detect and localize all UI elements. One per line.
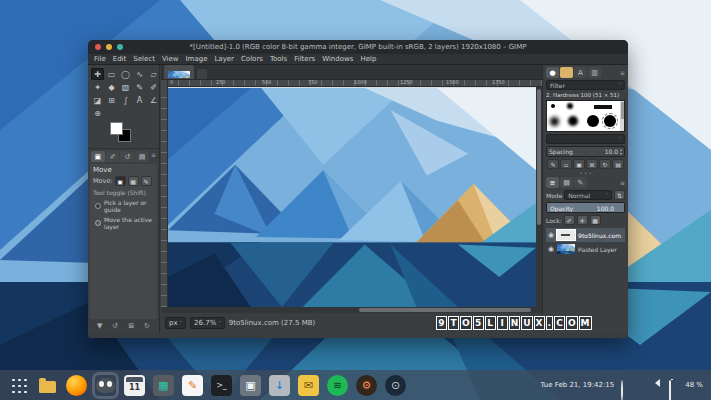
tab-undo-history[interactable]: ↺ [120, 151, 134, 162]
brush-hardness-050[interactable] [550, 117, 559, 126]
tab-patterns[interactable] [560, 67, 573, 78]
screenshot-tool-icon[interactable]: ▣ [240, 375, 261, 396]
reset-defaults-button[interactable]: ↻ [144, 322, 150, 330]
tab-channels[interactable]: ▤ [560, 177, 573, 188]
brush-grid[interactable] [546, 100, 625, 132]
terminal-icon[interactable]: >_ [211, 375, 232, 396]
brush-hardness-100-large[interactable] [604, 115, 616, 127]
text-editor-icon[interactable]: ✎ [182, 375, 203, 396]
battery-percentage[interactable]: 48 % [685, 381, 703, 389]
dock-menu-icon[interactable]: ≡ [620, 179, 625, 186]
menu-select[interactable]: Select [133, 55, 155, 63]
move-tool-icon[interactable]: ✛ [91, 68, 104, 80]
lock-alpha-button[interactable]: ▦ [590, 215, 601, 225]
app-menu-icon[interactable] [8, 375, 29, 396]
brush-block[interactable] [594, 105, 612, 109]
move-option-1[interactable]: Move the active layer [95, 216, 154, 230]
menu-layer[interactable]: Layer [214, 55, 234, 63]
tab-layers[interactable]: ≡ [546, 177, 559, 188]
move-layer-button[interactable]: ▣ [115, 176, 126, 186]
brush-grid-scrollbar[interactable] [620, 101, 624, 131]
open-brush-image-button[interactable]: ▤ [612, 159, 624, 169]
menu-tools[interactable]: Tools [270, 55, 287, 63]
zoom-select[interactable]: 26.7% ˅ [190, 317, 225, 329]
gradient-tool-icon[interactable]: ▧ [119, 81, 132, 93]
layer-visibility-eye-icon[interactable]: ◉ [548, 245, 554, 253]
tab-images[interactable]: ▤ [135, 151, 149, 162]
brush-hardness-025[interactable] [567, 103, 573, 109]
dock-menu-icon[interactable]: ≡ [620, 69, 625, 76]
refresh-brushes-button[interactable]: ↻ [599, 159, 611, 169]
horizontal-scroll-thumb[interactable] [359, 308, 530, 312]
switch-mode-button[interactable]: ⇅ [614, 190, 625, 200]
brush-tag-select[interactable]: ˅ [546, 134, 625, 144]
lock-pixels-button[interactable]: ✐ [564, 215, 575, 225]
menu-help[interactable]: Help [360, 55, 376, 63]
firefox-icon[interactable] [66, 375, 87, 396]
unit-select[interactable]: px ˅ [165, 317, 186, 329]
move-selection-button[interactable]: ▦ [128, 176, 139, 186]
tab-fonts[interactable]: A [574, 67, 587, 78]
pencil-tool-icon[interactable]: ✎ [133, 81, 146, 93]
volume-icon[interactable] [653, 381, 662, 390]
save-preset-button[interactable]: ▼ [97, 322, 102, 330]
brush-spacing-slider[interactable]: Spacing 10.0 ▴ ▾ [546, 146, 625, 157]
measure-tool-icon[interactable]: ∠ [147, 94, 160, 106]
duplicate-brush-button[interactable]: ▣ [573, 159, 585, 169]
eraser-tool-icon[interactable]: ◪ [91, 94, 104, 106]
calendar-icon[interactable]: 11 [124, 375, 145, 396]
file-manager-icon[interactable] [37, 375, 58, 396]
tab-tool-options[interactable]: ▣ [91, 151, 105, 162]
free-select-tool-icon[interactable]: ∿ [133, 68, 146, 80]
fg-bg-colors[interactable] [110, 122, 136, 146]
titlebar[interactable]: *[Untitled]-1.0 (RGB color 8-bit gamma i… [88, 40, 628, 54]
vertical-scroll-thumb[interactable] [537, 89, 541, 225]
menu-file[interactable]: File [94, 55, 106, 63]
layer-thumbnail[interactable] [557, 244, 575, 254]
clone-tool-icon[interactable]: ⊞ [105, 94, 118, 106]
dock-menu-icon[interactable]: ≡ [151, 151, 156, 162]
bucket-fill-tool-icon[interactable]: ◆ [105, 81, 118, 93]
menu-view[interactable]: View [162, 55, 179, 63]
crop-tool-icon[interactable]: ▱ [147, 68, 160, 80]
horizontal-scrollbar[interactable] [161, 307, 542, 313]
rectangle-select-tool-icon[interactable]: ▭ [105, 68, 118, 80]
dock-resize-handle[interactable]: • • • [546, 171, 625, 175]
layer-row[interactable]: ◉Pasted Layer [546, 242, 625, 256]
zoom-tool-icon[interactable]: ⊕ [91, 107, 104, 119]
menu-image[interactable]: Image [186, 55, 208, 63]
clock[interactable]: Tue Feb 21, 19:42:15 [541, 381, 615, 389]
battery-icon[interactable] [669, 381, 678, 390]
brush-filter-select[interactable]: Filter ˅ [546, 80, 625, 90]
tab-paths[interactable]: ✎ [574, 177, 587, 188]
radio-icon[interactable] [95, 220, 101, 226]
new-brush-button[interactable]: ▫ [560, 159, 572, 169]
delete-brush-button[interactable]: ⊠ [586, 159, 598, 169]
layer-thumbnail[interactable] [557, 230, 575, 240]
layer-visibility-eye-icon[interactable]: ◉ [548, 231, 554, 239]
move-option-0[interactable]: Pick a layer or guide [95, 199, 154, 213]
brush-hardness-075[interactable] [568, 116, 578, 126]
spacing-spinner[interactable]: ▴ ▾ [620, 148, 622, 156]
fuzzy-select-tool-icon[interactable]: ✦ [91, 81, 104, 93]
software-center-icon[interactable]: ↓ [269, 375, 290, 396]
layer-opacity-slider[interactable]: Opacity 100.0 [546, 202, 625, 213]
tab-brushes[interactable]: ● [546, 67, 559, 78]
network-icon[interactable] [621, 381, 630, 390]
steam-icon[interactable]: ⊙ [385, 375, 406, 396]
canvas-image[interactable] [168, 88, 536, 307]
menu-windows[interactable]: Windows [322, 55, 353, 63]
text-tool-icon[interactable]: A [133, 94, 146, 106]
menu-edit[interactable]: Edit [113, 55, 127, 63]
move-path-button[interactable]: ✎ [141, 176, 152, 186]
menu-colors[interactable]: Colors [241, 55, 263, 63]
edit-brush-button[interactable]: ✎ [547, 159, 559, 169]
layer-row[interactable]: ◉9to5linux.com [546, 228, 625, 242]
restore-preset-button[interactable]: ↺ [112, 322, 118, 330]
delete-preset-button[interactable]: ⊠ [128, 322, 134, 330]
gimp-icon[interactable] [95, 375, 116, 396]
brush-hardness-100-selected[interactable] [587, 115, 599, 127]
brush-pixel[interactable] [551, 104, 555, 108]
ellipse-select-tool-icon[interactable]: ◯ [119, 68, 132, 80]
spin-down-icon[interactable]: ▾ [620, 152, 622, 156]
